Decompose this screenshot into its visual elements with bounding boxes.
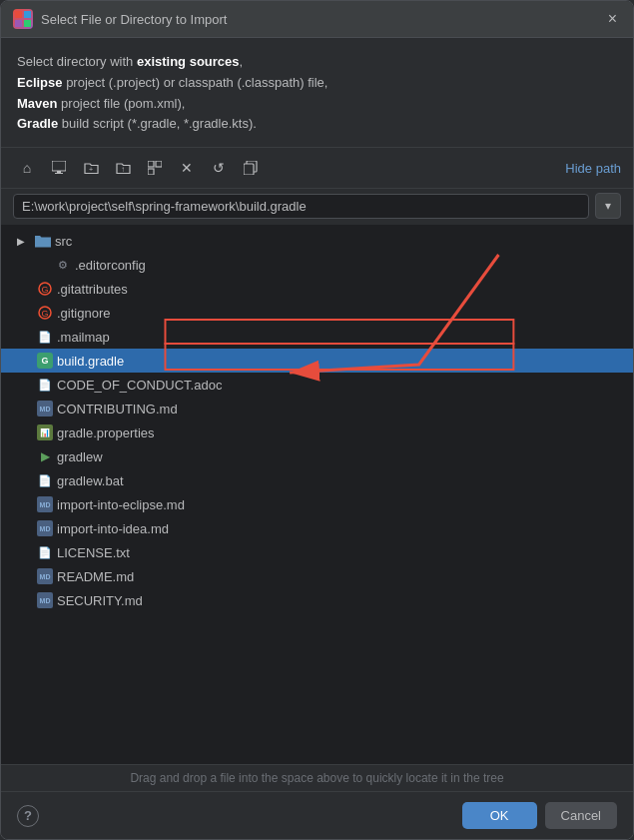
new-folder-button[interactable]: +	[77, 154, 105, 182]
list-item[interactable]: 📄 gradlew.bat	[1, 468, 633, 492]
md-icon: MD	[37, 496, 53, 512]
file-icon: 📄	[37, 544, 53, 560]
toolbar: ⌂ + ↑ ✕ ↺ Hide path	[1, 148, 633, 189]
chevron-right-icon: ▶	[17, 236, 31, 247]
expand-button[interactable]	[141, 154, 169, 182]
desc-line3: Maven project file (pom.xml),	[17, 96, 185, 111]
dialog-title: Select File or Directory to Import	[41, 12, 596, 27]
list-item[interactable]: 📄 LICENSE.txt	[1, 540, 633, 564]
svg-rect-9	[148, 161, 154, 167]
md-icon: MD	[37, 520, 53, 536]
hide-path-button[interactable]: Hide path	[565, 161, 621, 176]
list-item[interactable]: MD CONTRIBUTING.md	[1, 397, 633, 420]
file-icon: 📄	[37, 472, 53, 488]
svg-rect-10	[156, 161, 162, 167]
refresh-button[interactable]: ↺	[205, 154, 233, 182]
properties-icon: 📊	[37, 424, 53, 440]
file-icon: 📄	[37, 377, 53, 393]
close-button[interactable]: ×	[604, 9, 621, 29]
item-label: .editorconfig	[75, 258, 146, 273]
svg-rect-2	[15, 20, 22, 27]
up-folder-button[interactable]: ↑	[109, 154, 137, 182]
path-row: ▾	[1, 189, 633, 225]
ok-button[interactable]: OK	[462, 802, 537, 829]
list-item[interactable]: 📊 gradle.properties	[1, 420, 633, 444]
folder-icon	[35, 233, 51, 249]
md-icon: MD	[37, 568, 53, 584]
svg-rect-1	[24, 11, 31, 18]
delete-button[interactable]: ✕	[173, 154, 201, 182]
item-label: .gitattributes	[57, 282, 128, 297]
footer: ? OK Cancel	[1, 791, 633, 839]
list-item[interactable]: ▶ src	[1, 229, 633, 253]
list-item[interactable]: 📄 CODE_OF_CONDUCT.adoc	[1, 373, 633, 397]
list-item[interactable]: G .gitattributes	[1, 277, 633, 301]
app-icon	[13, 9, 33, 29]
list-item[interactable]: ▶ gradlew	[1, 444, 633, 468]
item-label: gradlew	[57, 449, 103, 464]
md-icon: MD	[37, 401, 53, 417]
dialog: Select File or Directory to Import × Sel…	[0, 0, 634, 840]
md-icon: MD	[37, 592, 53, 608]
svg-rect-5	[57, 171, 61, 173]
gradle-icon: G	[37, 353, 53, 369]
file-icon: 📄	[37, 329, 53, 345]
item-label: import-into-eclipse.md	[57, 497, 185, 512]
svg-rect-0	[15, 11, 22, 18]
item-label: src	[55, 234, 72, 249]
item-label: README.md	[57, 569, 134, 584]
item-label: gradle.properties	[57, 425, 155, 440]
file-tree[interactable]: ▶ src ⚙ .editorconfig G .gitattributes G…	[1, 225, 633, 764]
item-label: LICENSE.txt	[57, 545, 130, 560]
settings-icon: ⚙	[55, 257, 71, 273]
home-button[interactable]: ⌂	[13, 154, 41, 182]
svg-rect-4	[52, 161, 66, 171]
svg-text:↑: ↑	[121, 165, 125, 174]
list-item[interactable]: MD README.md	[1, 564, 633, 588]
help-button[interactable]: ?	[17, 805, 39, 827]
desktop-button[interactable]	[45, 154, 73, 182]
list-item[interactable]: MD SECURITY.md	[1, 588, 633, 612]
desc-line2: Eclipse project (.project) or classpath …	[17, 75, 327, 90]
git-icon: G	[37, 305, 53, 321]
svg-rect-3	[24, 20, 31, 27]
list-item[interactable]: MD import-into-idea.md	[1, 516, 633, 540]
item-label: CONTRIBUTING.md	[57, 402, 178, 417]
list-item[interactable]: ⚙ .editorconfig	[1, 253, 633, 277]
path-dropdown-button[interactable]: ▾	[595, 193, 621, 219]
svg-rect-11	[148, 169, 154, 175]
description: Select directory with existing sources, …	[1, 38, 633, 148]
item-label: .mailmap	[57, 330, 110, 345]
item-label: build.gradle	[57, 354, 124, 369]
item-label: CODE_OF_CONDUCT.adoc	[57, 378, 222, 393]
desc-line4: Gradle build script (*.gradle, *.gradle.…	[17, 116, 257, 131]
item-label: gradlew.bat	[57, 473, 124, 488]
desc-line1: Select directory with existing sources,	[17, 54, 243, 69]
cancel-button[interactable]: Cancel	[545, 802, 617, 829]
list-item[interactable]: G .gitignore	[1, 301, 633, 325]
svg-text:+: +	[88, 166, 92, 173]
item-label: .gitignore	[57, 306, 110, 321]
path-input[interactable]	[13, 194, 589, 219]
list-item[interactable]: MD import-into-eclipse.md	[1, 492, 633, 516]
copy-path-button[interactable]	[237, 154, 265, 182]
play-icon: ▶	[37, 448, 53, 464]
item-label: import-into-idea.md	[57, 521, 169, 536]
svg-text:G: G	[41, 285, 48, 295]
drag-hint: Drag and drop a file into the space abov…	[1, 764, 633, 791]
git-icon: G	[37, 281, 53, 297]
svg-rect-6	[55, 173, 63, 174]
svg-text:G: G	[41, 309, 48, 319]
list-item[interactable]: G build.gradle	[1, 349, 633, 373]
svg-rect-13	[244, 164, 254, 175]
title-bar: Select File or Directory to Import ×	[1, 1, 633, 38]
item-label: SECURITY.md	[57, 593, 143, 608]
list-item[interactable]: 📄 .mailmap	[1, 325, 633, 349]
